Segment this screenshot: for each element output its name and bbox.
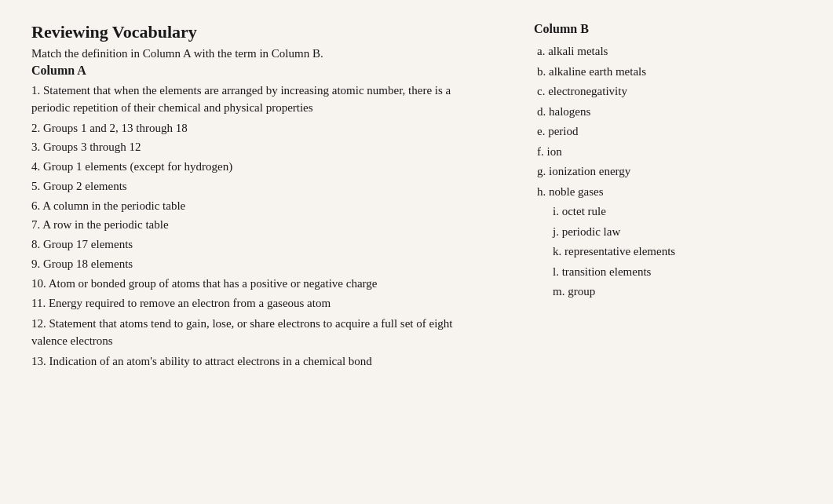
list-item: 10. Atom or bonded group of atoms that h… (31, 276, 455, 293)
item-text: 4. Group 1 elements (except for hydrogen… (31, 160, 232, 173)
item-text: m. group (553, 285, 595, 298)
list-item: 11. Energy required to remove an electro… (31, 295, 455, 312)
item-text: c. electronegativity (537, 85, 627, 97)
item-text: 7. A row in the periodic table (31, 218, 169, 231)
column-b-header: Column B (534, 22, 809, 36)
item-text: f. ion (537, 145, 562, 158)
list-item: h. noble gases (534, 183, 809, 201)
list-item: m. group (534, 283, 809, 301)
item-text: a. alkali metals (537, 45, 608, 57)
item-text: 13. Indication of an atom's ability to a… (31, 355, 372, 367)
list-item: f. ion (534, 143, 809, 161)
list-item: 8. Group 17 elements (31, 236, 455, 254)
list-item: k. representative elements (534, 243, 809, 261)
list-item: 2. Groups 1 and 2, 13 through 18 (31, 120, 455, 137)
list-item: c. electronegativity (534, 82, 809, 100)
list-item: 7. A row in the periodic table (31, 217, 455, 234)
item-text: 12. Statement that atoms tend to gain, l… (31, 317, 453, 347)
list-item: i. octet rule (534, 203, 809, 221)
item-text: j. periodic law (553, 225, 620, 238)
list-item: 3. Groups 3 through 12 (31, 139, 455, 156)
list-item: 13. Indication of an atom's ability to a… (31, 353, 455, 371)
item-text: k. representative elements (553, 245, 675, 257)
column-a: Reviewing Vocabulary Match the definitio… (31, 22, 471, 488)
item-text: 9. Group 18 elements (31, 257, 133, 270)
list-item: b. alkaline earth metals (534, 63, 809, 81)
page: Reviewing Vocabulary Match the definitio… (0, 0, 833, 504)
list-item: 4. Group 1 elements (except for hydrogen… (31, 159, 455, 176)
list-item: 9. Group 18 elements (31, 256, 455, 273)
item-text: h. noble gases (537, 185, 604, 198)
list-item: 1. Statement that when the elements are … (31, 82, 455, 117)
column-b: Column B a. alkali metals b. alkaline ea… (471, 22, 809, 488)
list-item: 6. A column in the periodic table (31, 198, 455, 215)
item-text: b. alkaline earth metals (537, 65, 646, 78)
item-text: 3. Groups 3 through 12 (31, 141, 141, 153)
subtitle: Match the definition in Column A with th… (31, 47, 455, 60)
list-item: 5. Group 2 elements (31, 178, 455, 195)
item-text: i. octet rule (553, 205, 606, 217)
page-title: Reviewing Vocabulary (31, 22, 455, 42)
item-text: 10. Atom or bonded group of atoms that h… (31, 277, 377, 290)
column-a-header: Column A (31, 64, 455, 78)
list-item: 12. Statement that atoms tend to gain, l… (31, 316, 455, 350)
item-text: g. ionization energy (537, 165, 630, 177)
list-item: e. period (534, 122, 809, 141)
item-text: d. halogens (537, 105, 590, 118)
item-text: 8. Group 17 elements (31, 238, 133, 250)
list-item: d. halogens (534, 103, 809, 121)
item-text: l. transition elements (553, 265, 651, 278)
list-item: j. periodic law (534, 223, 809, 241)
item-text: 5. Group 2 elements (31, 180, 127, 192)
item-text: 2. Groups 1 and 2, 13 through 18 (31, 122, 188, 134)
list-item: l. transition elements (534, 263, 809, 281)
list-item: a. alkali metals (534, 42, 809, 60)
item-text: 6. A column in the periodic table (31, 199, 185, 212)
item-text: 11. Energy required to remove an electro… (31, 297, 331, 309)
list-item: g. ionization energy (534, 163, 809, 181)
item-text: e. period (537, 125, 578, 137)
item-number: 1. Statement that when the elements are … (31, 84, 451, 114)
